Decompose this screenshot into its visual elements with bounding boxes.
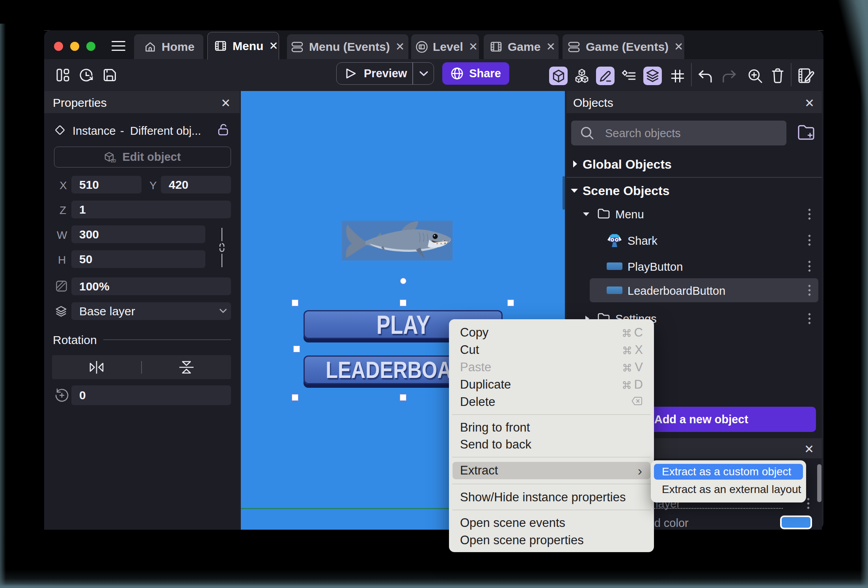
svg-text:2D: 2D — [111, 158, 116, 163]
